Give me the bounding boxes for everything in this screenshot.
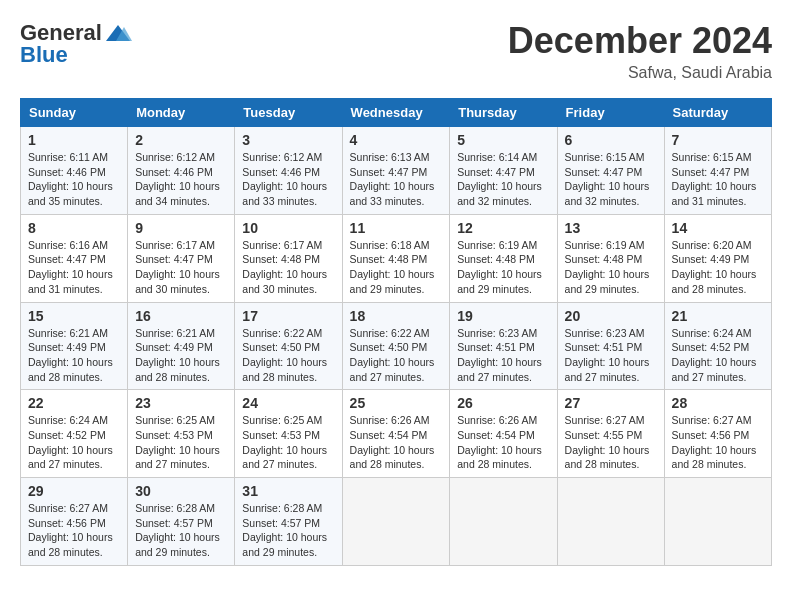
day-number: 28 <box>672 395 764 411</box>
day-info: Sunrise: 6:28 AM Sunset: 4:57 PM Dayligh… <box>135 501 227 560</box>
day-number: 5 <box>457 132 549 148</box>
day-info: Sunrise: 6:27 AM Sunset: 4:56 PM Dayligh… <box>672 413 764 472</box>
day-number: 14 <box>672 220 764 236</box>
day-info: Sunrise: 6:22 AM Sunset: 4:50 PM Dayligh… <box>350 326 443 385</box>
empty-cell <box>342 478 450 566</box>
day-number: 15 <box>28 308 120 324</box>
empty-cell <box>557 478 664 566</box>
day-number: 2 <box>135 132 227 148</box>
day-number: 25 <box>350 395 443 411</box>
day-info: Sunrise: 6:24 AM Sunset: 4:52 PM Dayligh… <box>28 413 120 472</box>
day-number: 7 <box>672 132 764 148</box>
day-number: 13 <box>565 220 657 236</box>
day-12: 12 Sunrise: 6:19 AM Sunset: 4:48 PM Dayl… <box>450 214 557 302</box>
day-25: 25 Sunrise: 6:26 AM Sunset: 4:54 PM Dayl… <box>342 390 450 478</box>
day-number: 12 <box>457 220 549 236</box>
day-2: 2 Sunrise: 6:12 AM Sunset: 4:46 PM Dayli… <box>128 127 235 215</box>
week-row-1: 1 Sunrise: 6:11 AM Sunset: 4:46 PM Dayli… <box>21 127 772 215</box>
day-9: 9 Sunrise: 6:17 AM Sunset: 4:47 PM Dayli… <box>128 214 235 302</box>
day-info: Sunrise: 6:26 AM Sunset: 4:54 PM Dayligh… <box>457 413 549 472</box>
day-info: Sunrise: 6:27 AM Sunset: 4:55 PM Dayligh… <box>565 413 657 472</box>
day-5: 5 Sunrise: 6:14 AM Sunset: 4:47 PM Dayli… <box>450 127 557 215</box>
day-number: 18 <box>350 308 443 324</box>
day-number: 26 <box>457 395 549 411</box>
month-title: December 2024 <box>508 20 772 62</box>
day-23: 23 Sunrise: 6:25 AM Sunset: 4:53 PM Dayl… <box>128 390 235 478</box>
day-24: 24 Sunrise: 6:25 AM Sunset: 4:53 PM Dayl… <box>235 390 342 478</box>
day-number: 4 <box>350 132 443 148</box>
day-number: 9 <box>135 220 227 236</box>
week-row-2: 8 Sunrise: 6:16 AM Sunset: 4:47 PM Dayli… <box>21 214 772 302</box>
col-sunday: Sunday <box>21 99 128 127</box>
col-thursday: Thursday <box>450 99 557 127</box>
day-number: 23 <box>135 395 227 411</box>
day-6: 6 Sunrise: 6:15 AM Sunset: 4:47 PM Dayli… <box>557 127 664 215</box>
day-26: 26 Sunrise: 6:26 AM Sunset: 4:54 PM Dayl… <box>450 390 557 478</box>
day-number: 31 <box>242 483 334 499</box>
day-number: 11 <box>350 220 443 236</box>
day-info: Sunrise: 6:17 AM Sunset: 4:47 PM Dayligh… <box>135 238 227 297</box>
day-info: Sunrise: 6:15 AM Sunset: 4:47 PM Dayligh… <box>672 150 764 209</box>
day-info: Sunrise: 6:23 AM Sunset: 4:51 PM Dayligh… <box>457 326 549 385</box>
calendar-table: Sunday Monday Tuesday Wednesday Thursday… <box>20 98 772 566</box>
day-number: 24 <box>242 395 334 411</box>
day-info: Sunrise: 6:25 AM Sunset: 4:53 PM Dayligh… <box>242 413 334 472</box>
day-31: 31 Sunrise: 6:28 AM Sunset: 4:57 PM Dayl… <box>235 478 342 566</box>
day-28: 28 Sunrise: 6:27 AM Sunset: 4:56 PM Dayl… <box>664 390 771 478</box>
day-21: 21 Sunrise: 6:24 AM Sunset: 4:52 PM Dayl… <box>664 302 771 390</box>
col-friday: Friday <box>557 99 664 127</box>
day-22: 22 Sunrise: 6:24 AM Sunset: 4:52 PM Dayl… <box>21 390 128 478</box>
logo-blue-text: Blue <box>20 42 68 68</box>
day-info: Sunrise: 6:25 AM Sunset: 4:53 PM Dayligh… <box>135 413 227 472</box>
day-number: 10 <box>242 220 334 236</box>
day-number: 19 <box>457 308 549 324</box>
day-20: 20 Sunrise: 6:23 AM Sunset: 4:51 PM Dayl… <box>557 302 664 390</box>
logo-icon <box>104 23 132 43</box>
day-info: Sunrise: 6:12 AM Sunset: 4:46 PM Dayligh… <box>135 150 227 209</box>
day-info: Sunrise: 6:26 AM Sunset: 4:54 PM Dayligh… <box>350 413 443 472</box>
day-info: Sunrise: 6:14 AM Sunset: 4:47 PM Dayligh… <box>457 150 549 209</box>
day-info: Sunrise: 6:16 AM Sunset: 4:47 PM Dayligh… <box>28 238 120 297</box>
day-27: 27 Sunrise: 6:27 AM Sunset: 4:55 PM Dayl… <box>557 390 664 478</box>
col-wednesday: Wednesday <box>342 99 450 127</box>
col-tuesday: Tuesday <box>235 99 342 127</box>
day-18: 18 Sunrise: 6:22 AM Sunset: 4:50 PM Dayl… <box>342 302 450 390</box>
logo: General Blue <box>20 20 132 68</box>
day-info: Sunrise: 6:28 AM Sunset: 4:57 PM Dayligh… <box>242 501 334 560</box>
day-number: 22 <box>28 395 120 411</box>
week-row-4: 22 Sunrise: 6:24 AM Sunset: 4:52 PM Dayl… <box>21 390 772 478</box>
col-saturday: Saturday <box>664 99 771 127</box>
day-info: Sunrise: 6:21 AM Sunset: 4:49 PM Dayligh… <box>28 326 120 385</box>
day-info: Sunrise: 6:17 AM Sunset: 4:48 PM Dayligh… <box>242 238 334 297</box>
day-number: 16 <box>135 308 227 324</box>
day-info: Sunrise: 6:19 AM Sunset: 4:48 PM Dayligh… <box>565 238 657 297</box>
empty-cell <box>450 478 557 566</box>
day-number: 3 <box>242 132 334 148</box>
day-7: 7 Sunrise: 6:15 AM Sunset: 4:47 PM Dayli… <box>664 127 771 215</box>
day-13: 13 Sunrise: 6:19 AM Sunset: 4:48 PM Dayl… <box>557 214 664 302</box>
day-number: 8 <box>28 220 120 236</box>
day-number: 17 <box>242 308 334 324</box>
day-info: Sunrise: 6:23 AM Sunset: 4:51 PM Dayligh… <box>565 326 657 385</box>
day-number: 6 <box>565 132 657 148</box>
day-16: 16 Sunrise: 6:21 AM Sunset: 4:49 PM Dayl… <box>128 302 235 390</box>
calendar-header-row: Sunday Monday Tuesday Wednesday Thursday… <box>21 99 772 127</box>
day-8: 8 Sunrise: 6:16 AM Sunset: 4:47 PM Dayli… <box>21 214 128 302</box>
day-info: Sunrise: 6:19 AM Sunset: 4:48 PM Dayligh… <box>457 238 549 297</box>
col-monday: Monday <box>128 99 235 127</box>
day-number: 30 <box>135 483 227 499</box>
day-number: 27 <box>565 395 657 411</box>
day-19: 19 Sunrise: 6:23 AM Sunset: 4:51 PM Dayl… <box>450 302 557 390</box>
day-info: Sunrise: 6:24 AM Sunset: 4:52 PM Dayligh… <box>672 326 764 385</box>
day-11: 11 Sunrise: 6:18 AM Sunset: 4:48 PM Dayl… <box>342 214 450 302</box>
day-4: 4 Sunrise: 6:13 AM Sunset: 4:47 PM Dayli… <box>342 127 450 215</box>
day-info: Sunrise: 6:12 AM Sunset: 4:46 PM Dayligh… <box>242 150 334 209</box>
day-info: Sunrise: 6:27 AM Sunset: 4:56 PM Dayligh… <box>28 501 120 560</box>
day-number: 29 <box>28 483 120 499</box>
location-subtitle: Safwa, Saudi Arabia <box>508 64 772 82</box>
week-row-5: 29 Sunrise: 6:27 AM Sunset: 4:56 PM Dayl… <box>21 478 772 566</box>
day-info: Sunrise: 6:20 AM Sunset: 4:49 PM Dayligh… <box>672 238 764 297</box>
day-number: 21 <box>672 308 764 324</box>
day-info: Sunrise: 6:15 AM Sunset: 4:47 PM Dayligh… <box>565 150 657 209</box>
week-row-3: 15 Sunrise: 6:21 AM Sunset: 4:49 PM Dayl… <box>21 302 772 390</box>
